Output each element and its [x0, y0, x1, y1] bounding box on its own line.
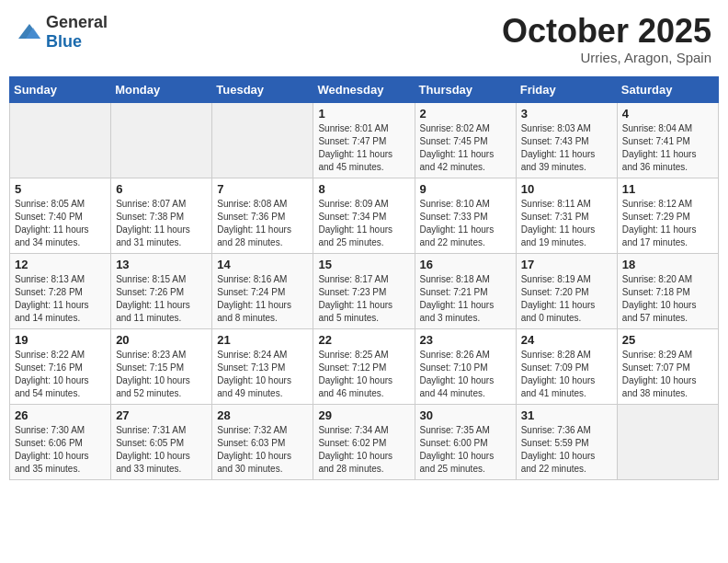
calendar-cell: 24Sunrise: 8:28 AM Sunset: 7:09 PM Dayli…: [516, 328, 617, 404]
day-number: 30: [420, 408, 511, 422]
calendar-cell: 18Sunrise: 8:20 AM Sunset: 7:18 PM Dayli…: [617, 253, 718, 328]
day-number: 7: [217, 182, 308, 196]
day-number: 31: [521, 408, 612, 422]
day-info: Sunrise: 8:24 AM Sunset: 7:13 PM Dayligh…: [217, 349, 308, 400]
day-number: 29: [318, 408, 409, 422]
column-header-tuesday: Tuesday: [212, 76, 313, 102]
calendar-cell: [617, 404, 718, 479]
day-number: 4: [622, 107, 713, 121]
page-header: General Blue October 2025 Urries, Aragon…: [9, 9, 719, 69]
day-info: Sunrise: 8:23 AM Sunset: 7:15 PM Dayligh…: [116, 349, 207, 400]
calendar-week-row: 5Sunrise: 8:05 AM Sunset: 7:40 PM Daylig…: [10, 178, 719, 253]
logo-icon: [17, 22, 42, 42]
day-info: Sunrise: 8:22 AM Sunset: 7:16 PM Dayligh…: [15, 349, 106, 400]
day-number: 23: [420, 333, 511, 347]
day-info: Sunrise: 7:31 AM Sunset: 6:05 PM Dayligh…: [116, 424, 207, 476]
day-number: 1: [318, 107, 409, 121]
day-info: Sunrise: 8:05 AM Sunset: 7:40 PM Dayligh…: [15, 198, 106, 249]
day-number: 25: [622, 333, 713, 347]
calendar-cell: 31Sunrise: 7:36 AM Sunset: 5:59 PM Dayli…: [516, 404, 617, 479]
day-number: 18: [622, 258, 713, 271]
day-info: Sunrise: 7:32 AM Sunset: 6:03 PM Dayligh…: [217, 424, 308, 476]
calendar-cell: 23Sunrise: 8:26 AM Sunset: 7:10 PM Dayli…: [415, 328, 516, 404]
day-number: 2: [420, 107, 511, 121]
calendar-cell: 17Sunrise: 8:19 AM Sunset: 7:20 PM Dayli…: [516, 253, 617, 328]
column-header-saturday: Saturday: [617, 76, 718, 102]
calendar-cell: 13Sunrise: 8:15 AM Sunset: 7:26 PM Dayli…: [111, 253, 212, 328]
column-header-sunday: Sunday: [10, 76, 111, 102]
day-number: 21: [217, 333, 308, 347]
calendar-cell: 11Sunrise: 8:12 AM Sunset: 7:29 PM Dayli…: [617, 178, 718, 253]
day-info: Sunrise: 8:10 AM Sunset: 7:33 PM Dayligh…: [420, 198, 511, 249]
calendar-cell: 8Sunrise: 8:09 AM Sunset: 7:34 PM Daylig…: [313, 178, 415, 253]
calendar-week-row: 1Sunrise: 8:01 AM Sunset: 7:47 PM Daylig…: [10, 102, 719, 178]
calendar-week-row: 12Sunrise: 8:13 AM Sunset: 7:28 PM Dayli…: [10, 253, 719, 328]
calendar-cell: [111, 102, 212, 178]
day-number: 6: [116, 182, 207, 196]
calendar-cell: 2Sunrise: 8:02 AM Sunset: 7:45 PM Daylig…: [415, 102, 516, 178]
day-info: Sunrise: 8:15 AM Sunset: 7:26 PM Dayligh…: [116, 273, 207, 325]
day-info: Sunrise: 8:20 AM Sunset: 7:18 PM Dayligh…: [622, 273, 713, 325]
calendar-cell: 16Sunrise: 8:18 AM Sunset: 7:21 PM Dayli…: [415, 253, 516, 328]
day-number: 19: [15, 333, 106, 347]
day-info: Sunrise: 8:25 AM Sunset: 7:12 PM Dayligh…: [318, 349, 409, 400]
calendar-header-row: SundayMondayTuesdayWednesdayThursdayFrid…: [10, 76, 719, 102]
day-info: Sunrise: 8:19 AM Sunset: 7:20 PM Dayligh…: [521, 273, 612, 325]
day-number: 27: [116, 408, 207, 422]
day-info: Sunrise: 7:35 AM Sunset: 6:00 PM Dayligh…: [420, 424, 511, 476]
calendar-cell: 20Sunrise: 8:23 AM Sunset: 7:15 PM Dayli…: [111, 328, 212, 404]
calendar-cell: 19Sunrise: 8:22 AM Sunset: 7:16 PM Dayli…: [10, 328, 111, 404]
calendar-cell: 7Sunrise: 8:08 AM Sunset: 7:36 PM Daylig…: [212, 178, 313, 253]
day-number: 28: [217, 408, 308, 422]
day-info: Sunrise: 8:01 AM Sunset: 7:47 PM Dayligh…: [318, 122, 409, 174]
day-number: 5: [15, 182, 106, 196]
calendar-cell: 12Sunrise: 8:13 AM Sunset: 7:28 PM Dayli…: [10, 253, 111, 328]
day-number: 11: [622, 182, 713, 196]
day-number: 26: [15, 408, 106, 422]
calendar-table: SundayMondayTuesdayWednesdayThursdayFrid…: [9, 76, 719, 480]
day-number: 3: [521, 107, 612, 121]
day-number: 14: [217, 258, 308, 271]
calendar-cell: 14Sunrise: 8:16 AM Sunset: 7:24 PM Dayli…: [212, 253, 313, 328]
logo-text-general: General: [46, 13, 108, 31]
column-header-wednesday: Wednesday: [313, 76, 415, 102]
calendar-week-row: 19Sunrise: 8:22 AM Sunset: 7:16 PM Dayli…: [10, 328, 719, 404]
day-info: Sunrise: 7:30 AM Sunset: 6:06 PM Dayligh…: [15, 424, 106, 476]
logo: General Blue: [17, 13, 108, 52]
day-number: 12: [15, 258, 106, 271]
day-info: Sunrise: 8:12 AM Sunset: 7:29 PM Dayligh…: [622, 198, 713, 249]
month-title: October 2025: [502, 13, 711, 50]
day-info: Sunrise: 8:03 AM Sunset: 7:43 PM Dayligh…: [521, 122, 612, 174]
calendar-cell: 10Sunrise: 8:11 AM Sunset: 7:31 PM Dayli…: [516, 178, 617, 253]
calendar-cell: 30Sunrise: 7:35 AM Sunset: 6:00 PM Dayli…: [415, 404, 516, 479]
calendar-cell: 3Sunrise: 8:03 AM Sunset: 7:43 PM Daylig…: [516, 102, 617, 178]
column-header-friday: Friday: [516, 76, 617, 102]
day-info: Sunrise: 8:17 AM Sunset: 7:23 PM Dayligh…: [318, 273, 409, 325]
day-info: Sunrise: 8:09 AM Sunset: 7:34 PM Dayligh…: [318, 198, 409, 249]
logo-text-blue: Blue: [46, 32, 82, 51]
day-info: Sunrise: 8:07 AM Sunset: 7:38 PM Dayligh…: [116, 198, 207, 249]
calendar-cell: [212, 102, 313, 178]
day-info: Sunrise: 8:26 AM Sunset: 7:10 PM Dayligh…: [420, 349, 511, 400]
day-info: Sunrise: 8:28 AM Sunset: 7:09 PM Dayligh…: [521, 349, 612, 400]
day-number: 16: [420, 258, 511, 271]
day-info: Sunrise: 8:16 AM Sunset: 7:24 PM Dayligh…: [217, 273, 308, 325]
location-subtitle: Urries, Aragon, Spain: [502, 50, 711, 65]
day-number: 15: [318, 258, 409, 271]
calendar-cell: 25Sunrise: 8:29 AM Sunset: 7:07 PM Dayli…: [617, 328, 718, 404]
calendar-cell: 22Sunrise: 8:25 AM Sunset: 7:12 PM Dayli…: [313, 328, 415, 404]
calendar-cell: 5Sunrise: 8:05 AM Sunset: 7:40 PM Daylig…: [10, 178, 111, 253]
column-header-thursday: Thursday: [415, 76, 516, 102]
calendar-cell: 6Sunrise: 8:07 AM Sunset: 7:38 PM Daylig…: [111, 178, 212, 253]
day-number: 20: [116, 333, 207, 347]
calendar-cell: [10, 102, 111, 178]
day-info: Sunrise: 8:13 AM Sunset: 7:28 PM Dayligh…: [15, 273, 106, 325]
day-number: 24: [521, 333, 612, 347]
calendar-cell: 1Sunrise: 8:01 AM Sunset: 7:47 PM Daylig…: [313, 102, 415, 178]
calendar-cell: 28Sunrise: 7:32 AM Sunset: 6:03 PM Dayli…: [212, 404, 313, 479]
day-number: 22: [318, 333, 409, 347]
day-info: Sunrise: 8:04 AM Sunset: 7:41 PM Dayligh…: [622, 122, 713, 174]
calendar-cell: 15Sunrise: 8:17 AM Sunset: 7:23 PM Dayli…: [313, 253, 415, 328]
day-info: Sunrise: 7:34 AM Sunset: 6:02 PM Dayligh…: [318, 424, 409, 476]
day-info: Sunrise: 8:29 AM Sunset: 7:07 PM Dayligh…: [622, 349, 713, 400]
